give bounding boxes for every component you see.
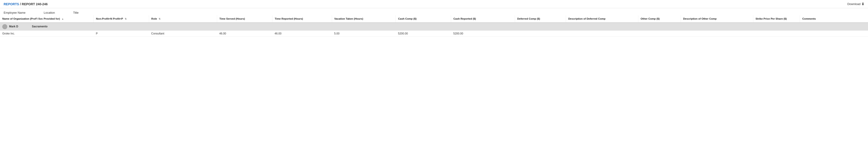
- title-label: Title: [73, 11, 79, 15]
- cell-deferred_comp: [515, 31, 566, 37]
- reports-link[interactable]: REPORTS: [4, 2, 19, 6]
- cell-vacation_taken: 5.00: [332, 31, 396, 37]
- employee-name-label: Employee Name: [4, 11, 26, 15]
- cell-non_profit: P: [94, 31, 149, 37]
- col-desc-deferred: Description of Deferred Comp: [566, 15, 639, 23]
- col-desc-other: Description of Other Comp: [681, 15, 753, 23]
- col-time-reported: Time Reported (Hours): [272, 15, 332, 23]
- cell-cash_reported: 5200.00: [451, 31, 515, 37]
- col-role: Role ⇅: [149, 15, 217, 23]
- col-cash-comp: Cash Comp ($): [396, 15, 451, 23]
- col-deferred-comp: Deferred Comp ($): [515, 15, 566, 23]
- col-vacation-taken: Vacation Taken (Hours): [332, 15, 396, 23]
- table-row: Groke Inc.PConsultant46.0046.005.005200.…: [0, 31, 868, 37]
- col-org-name: Name of Organization (Prof'l Svc Provide…: [0, 15, 94, 23]
- group-name: Mark D: [9, 25, 18, 28]
- col-time-served: Time Served (Hours): [217, 15, 272, 23]
- non-profit-sort-icon[interactable]: ⇅: [125, 17, 127, 20]
- cell-other_comp: [638, 31, 681, 37]
- table-body: Mark DSacramentoGroke Inc.PConsultant46.…: [0, 23, 868, 37]
- role-sort-icon[interactable]: ⇅: [159, 17, 160, 20]
- cell-cash_comp: 5200.00: [396, 31, 451, 37]
- download-button[interactable]: Download ⬇: [847, 2, 864, 6]
- col-cash-reported: Cash Reported ($): [451, 15, 515, 23]
- group-location: Sacramento: [32, 25, 48, 28]
- cell-desc_deferred: [566, 31, 639, 37]
- header-row: Name of Organization (Prof'l Svc Provide…: [0, 15, 868, 23]
- group-row: Mark DSacramento: [0, 23, 868, 31]
- main-table: Name of Organization (Prof'l Svc Provide…: [0, 15, 868, 37]
- breadcrumb: REPORTS / REPORT 240-246: [4, 2, 48, 6]
- table-wrapper: Name of Organization (Prof'l Svc Provide…: [0, 15, 868, 37]
- title-filter: Title: [73, 11, 79, 15]
- breadcrumb-separator: /: [20, 2, 21, 6]
- table-header: Name of Organization (Prof'l Svc Provide…: [0, 15, 868, 23]
- col-other-comp: Other Comp ($): [638, 15, 681, 23]
- cell-time_served: 46.00: [217, 31, 272, 37]
- download-icon: ⬇: [861, 2, 864, 6]
- header-bar: REPORTS / REPORT 240-246 Download ⬇: [0, 0, 868, 8]
- breadcrumb-current: REPORT 240-246: [22, 2, 48, 6]
- location-label: Location: [44, 11, 55, 15]
- employee-name-filter: Employee Name: [4, 11, 26, 15]
- cell-org_name: Groke Inc.: [0, 31, 94, 37]
- download-label: Download: [847, 2, 861, 6]
- cell-role: Consultant: [149, 31, 217, 37]
- org-name-sort-icon[interactable]: ▲: [61, 17, 64, 20]
- col-strike-price: Strike Price Per Share ($): [753, 15, 800, 23]
- col-comments: Comments: [800, 15, 868, 23]
- cell-desc_other: [681, 31, 753, 37]
- filter-section: Employee Name Location Title: [0, 8, 868, 15]
- group-cell: Mark DSacramento: [0, 23, 868, 31]
- cell-strike_price: [753, 31, 800, 37]
- avatar: [2, 24, 7, 29]
- col-non-profit: Non-Profit=N Profit=P ⇅: [94, 15, 149, 23]
- cell-comments: [800, 31, 868, 37]
- location-filter: Location: [44, 11, 55, 15]
- cell-time_reported: 46.00: [272, 31, 332, 37]
